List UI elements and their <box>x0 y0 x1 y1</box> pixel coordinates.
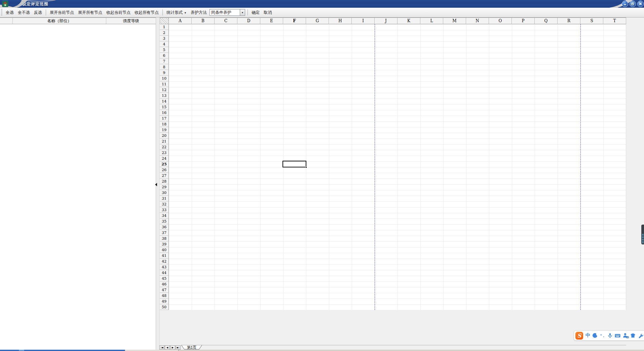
row-header-24[interactable]: 24 <box>160 156 169 161</box>
row-header-42[interactable]: 42 <box>160 259 169 264</box>
row-header-44[interactable]: 44 <box>160 270 169 276</box>
taskbar-window-button[interactable] <box>125 350 178 351</box>
row-header-31[interactable]: 31 <box>160 196 169 201</box>
row-header-23[interactable]: 23 <box>160 150 169 156</box>
row-header-47[interactable]: 47 <box>160 287 169 293</box>
edge-dock-handle[interactable] <box>641 225 644 244</box>
row-header-16[interactable]: 16 <box>160 110 169 116</box>
row-header-34[interactable]: 34 <box>160 213 169 219</box>
row-header-27[interactable]: 27 <box>160 173 169 179</box>
column-header-P[interactable]: P <box>512 17 535 24</box>
row-header-1[interactable]: 1 <box>160 24 169 30</box>
tree-header-grade[interactable]: 强度等级 <box>106 18 156 24</box>
row-header-4[interactable]: 4 <box>160 41 169 47</box>
chinese-mode-icon[interactable]: 中 <box>585 333 590 339</box>
restore-button[interactable] <box>630 1 636 7</box>
tree-panel[interactable] <box>0 24 156 350</box>
close-button[interactable] <box>637 1 644 7</box>
column-header-R[interactable]: R <box>558 17 580 24</box>
combobox-dropdown-button[interactable]: ▼ <box>240 9 245 15</box>
row-header-45[interactable]: 45 <box>160 276 169 281</box>
column-header-B[interactable]: B <box>192 17 215 24</box>
column-header-Q[interactable]: Q <box>535 17 558 24</box>
row-header-37[interactable]: 37 <box>160 230 169 236</box>
row-header-18[interactable]: 18 <box>160 121 169 127</box>
grid-cells[interactable] <box>169 24 626 310</box>
keyboard-icon[interactable] <box>615 333 620 338</box>
row-header-43[interactable]: 43 <box>160 264 169 270</box>
row-header-26[interactable]: 26 <box>160 167 169 173</box>
row-header-14[interactable]: 14 <box>160 99 169 104</box>
sogou-logo-icon[interactable]: S <box>575 332 583 340</box>
curing-method-combobox[interactable]: 同条件养护 ▼ <box>210 9 245 16</box>
active-cell-F25[interactable] <box>282 161 306 167</box>
toolbar-grip[interactable] <box>1 9 2 16</box>
row-header-10[interactable]: 10 <box>160 76 169 81</box>
sheet-nav-prev-button[interactable]: ◀ <box>165 345 170 350</box>
tree-header-name[interactable]: 名称（部位） <box>13 18 106 24</box>
row-header-28[interactable]: 28 <box>160 179 169 184</box>
column-header-A[interactable]: A <box>169 17 192 24</box>
row-header-22[interactable]: 22 <box>160 144 169 150</box>
sheet-nav-first-button[interactable]: |◀ <box>159 345 164 350</box>
row-header-29[interactable]: 29 <box>160 184 169 190</box>
microphone-icon[interactable] <box>608 333 612 338</box>
ok-button[interactable]: 确定 <box>250 9 262 16</box>
row-header-41[interactable]: 41 <box>160 253 169 259</box>
row-header-46[interactable]: 46 <box>160 281 169 287</box>
row-header-39[interactable]: 39 <box>160 241 169 247</box>
row-header-13[interactable]: 13 <box>160 93 169 99</box>
row-header-21[interactable]: 21 <box>160 139 169 144</box>
select-button-2[interactable]: 反选 <box>32 9 44 16</box>
row-header-3[interactable]: 3 <box>160 36 169 41</box>
column-header-T[interactable]: T <box>603 17 626 24</box>
row-header-5[interactable]: 5 <box>160 47 169 53</box>
column-header-E[interactable]: E <box>260 17 283 24</box>
node-button-2[interactable]: 收起当前节点 <box>104 9 132 16</box>
punctuation-icon[interactable]: °， <box>600 333 605 338</box>
row-header-36[interactable]: 36 <box>160 224 169 230</box>
node-button-0[interactable]: 展开当前节点 <box>48 9 76 16</box>
column-header-S[interactable]: S <box>580 17 603 24</box>
select-button-1[interactable]: 全不选 <box>16 9 32 16</box>
column-header-F[interactable]: F <box>283 17 306 24</box>
row-header-38[interactable]: 38 <box>160 236 169 241</box>
toolbox-wrench-icon[interactable] <box>638 333 643 338</box>
column-header-M[interactable]: M <box>443 17 466 24</box>
sheet-nav-next-button[interactable]: ▶ <box>170 345 175 350</box>
select-button-0[interactable]: 全选 <box>4 9 16 16</box>
row-header-48[interactable]: 48 <box>160 293 169 299</box>
row-header-32[interactable]: 32 <box>160 201 169 207</box>
row-header-12[interactable]: 12 <box>160 87 169 93</box>
person-badge-icon[interactable]: 12 <box>623 333 628 338</box>
select-all-corner[interactable] <box>160 17 169 24</box>
row-header-11[interactable]: 11 <box>160 81 169 87</box>
row-header-7[interactable]: 7 <box>160 58 169 64</box>
row-header-9[interactable]: 9 <box>160 70 169 76</box>
node-button-1[interactable]: 展开所有节点 <box>76 9 104 16</box>
column-header-H[interactable]: H <box>329 17 352 24</box>
row-header-20[interactable]: 20 <box>160 133 169 139</box>
row-header-8[interactable]: 8 <box>160 64 169 70</box>
column-header-D[interactable]: D <box>237 17 260 24</box>
column-header-C[interactable]: C <box>215 17 237 24</box>
ime-toolbar[interactable]: S 中 °， 12 <box>574 330 644 341</box>
row-header-40[interactable]: 40 <box>160 247 169 253</box>
titlebar[interactable]: 设定评定范围 <box>0 0 644 8</box>
column-header-K[interactable]: K <box>397 17 420 24</box>
collapse-left-icon[interactable] <box>155 183 157 186</box>
row-header-17[interactable]: 17 <box>160 116 169 121</box>
row-header-49[interactable]: 49 <box>160 299 169 304</box>
moon-icon[interactable] <box>593 333 598 338</box>
row-header-33[interactable]: 33 <box>160 207 169 213</box>
row-header-19[interactable]: 19 <box>160 127 169 133</box>
row-header-6[interactable]: 6 <box>160 53 169 58</box>
row-header-35[interactable]: 35 <box>160 219 169 224</box>
row-header-50[interactable]: 50 <box>160 304 169 310</box>
sheet-nav-last-button[interactable]: ▶| <box>176 345 181 350</box>
column-header-G[interactable]: G <box>306 17 329 24</box>
node-button-3[interactable]: 收起所有节点 <box>132 9 161 16</box>
row-header-2[interactable]: 2 <box>160 30 169 36</box>
stats-form-dropdown[interactable]: 统计形式▼ <box>164 9 189 16</box>
row-header-25[interactable]: 25 <box>160 161 169 167</box>
